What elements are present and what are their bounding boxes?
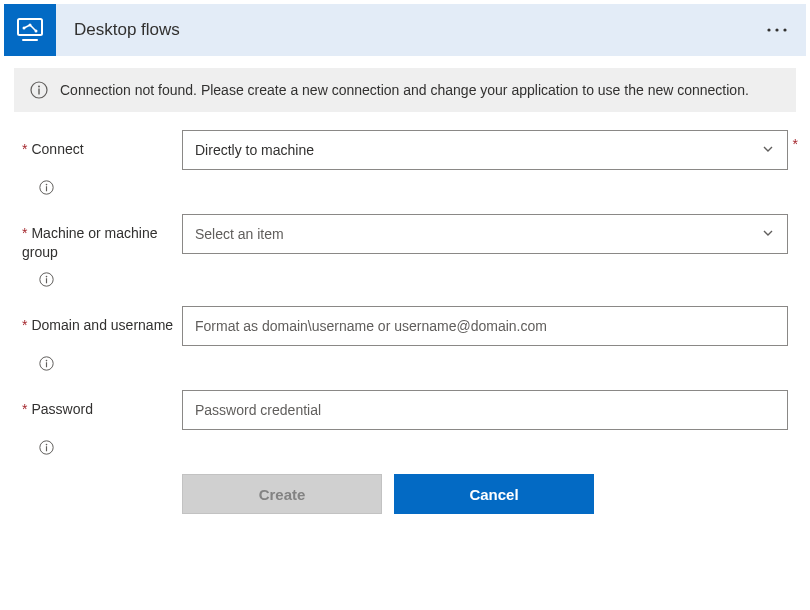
chevron-down-icon [761,142,775,159]
svg-point-20 [45,443,47,445]
password-info[interactable] [38,438,788,456]
machine-label: *Machine or machine group [22,214,182,262]
domain-row: *Domain and username [22,306,788,346]
svg-point-6 [783,28,786,31]
svg-rect-21 [45,446,46,451]
svg-point-14 [45,275,47,277]
svg-point-11 [45,184,47,186]
svg-point-8 [38,86,40,88]
svg-point-17 [45,359,47,361]
info-icon [38,179,54,195]
svg-point-4 [767,28,770,31]
info-icon [38,271,54,287]
dialog-header: Desktop flows [4,4,806,56]
info-icon [38,355,54,371]
connect-label: *Connect [22,130,182,159]
connect-row: *Connect Directly to machine * [22,130,788,170]
form-area: *Connect Directly to machine * *Machine … [4,130,806,456]
password-label: *Password [22,390,182,419]
domain-username-input[interactable] [182,306,788,346]
svg-point-5 [775,28,778,31]
password-row: *Password [22,390,788,430]
desktop-flow-icon [4,4,56,56]
info-icon [38,439,54,455]
button-row: Create Cancel [164,474,806,514]
create-button[interactable]: Create [182,474,382,514]
password-input[interactable] [182,390,788,430]
machine-row: *Machine or machine group Select an item [22,214,788,262]
cancel-button[interactable]: Cancel [394,474,594,514]
machine-info[interactable] [38,270,788,288]
domain-label: *Domain and username [22,306,182,335]
connect-select-value: Directly to machine [195,142,314,158]
chevron-down-icon [761,226,775,243]
machine-select-placeholder: Select an item [195,226,284,242]
svg-rect-0 [18,19,42,35]
dialog-title: Desktop flows [56,20,748,40]
svg-rect-12 [45,186,46,191]
svg-rect-15 [45,278,46,283]
info-icon [30,81,48,99]
required-marker: * [793,136,798,152]
connect-select[interactable]: Directly to machine [182,130,788,170]
warning-text: Connection not found. Please create a ne… [60,80,749,100]
connect-info[interactable] [38,178,788,196]
svg-rect-9 [38,89,39,95]
machine-select[interactable]: Select an item [182,214,788,254]
domain-info[interactable] [38,354,788,372]
more-options-button[interactable] [748,4,806,56]
warning-banner: Connection not found. Please create a ne… [14,68,796,112]
svg-rect-18 [45,362,46,367]
